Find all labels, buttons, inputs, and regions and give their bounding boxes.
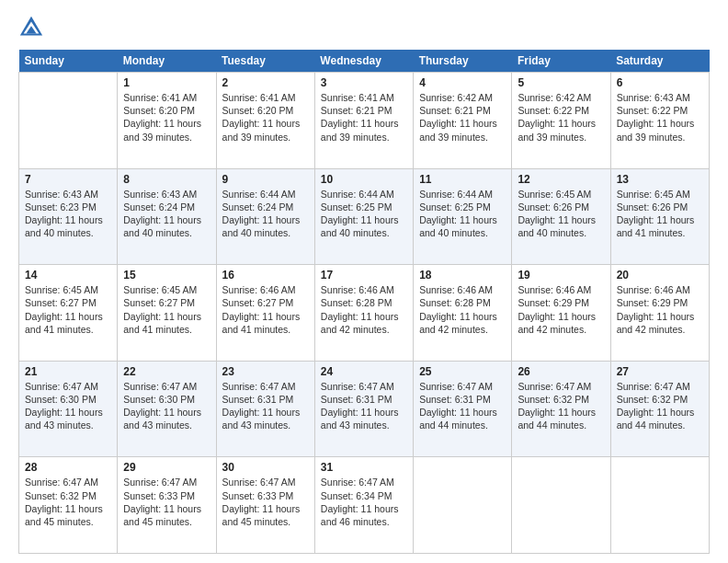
calendar-cell: 11 Sunrise: 6:44 AM Sunset: 6:25 PM Dayl… [414, 168, 512, 265]
calendar-cell: 31 Sunrise: 6:47 AM Sunset: 6:34 PM Dayl… [314, 457, 413, 554]
daylight-label: Daylight: 11 hours and 42 minutes. [419, 311, 497, 335]
daylight-label: Daylight: 11 hours and 42 minutes. [321, 311, 399, 335]
day-info: Sunrise: 6:47 AM Sunset: 6:32 PM Dayligh… [25, 476, 111, 528]
day-number: 31 [321, 461, 407, 474]
calendar-week-2: 7 Sunrise: 6:43 AM Sunset: 6:23 PM Dayli… [19, 168, 710, 265]
day-number: 30 [222, 461, 309, 474]
daylight-label: Daylight: 11 hours and 40 minutes. [25, 214, 103, 238]
sunrise-label: Sunrise: 6:45 AM [617, 189, 690, 200]
day-number: 19 [518, 269, 604, 282]
day-number: 21 [25, 365, 111, 378]
sunset-label: Sunset: 6:28 PM [321, 297, 392, 308]
calendar-cell: 16 Sunrise: 6:46 AM Sunset: 6:27 PM Dayl… [216, 265, 314, 362]
sunset-label: Sunset: 6:32 PM [25, 490, 97, 501]
calendar-cell: 28 Sunrise: 6:47 AM Sunset: 6:32 PM Dayl… [19, 457, 118, 554]
sunrise-label: Sunrise: 6:47 AM [25, 381, 98, 392]
day-info: Sunrise: 6:45 AM Sunset: 6:26 PM Dayligh… [617, 188, 703, 240]
day-number: 18 [419, 269, 506, 282]
sunrise-label: Sunrise: 6:46 AM [321, 284, 394, 295]
day-info: Sunrise: 6:47 AM Sunset: 6:30 PM Dayligh… [123, 380, 210, 432]
daylight-label: Daylight: 11 hours and 46 minutes. [321, 503, 399, 527]
daylight-label: Daylight: 11 hours and 40 minutes. [123, 214, 201, 238]
sunrise-label: Sunrise: 6:44 AM [222, 189, 296, 200]
calendar-cell: 22 Sunrise: 6:47 AM Sunset: 6:30 PM Dayl… [118, 361, 216, 457]
daylight-label: Daylight: 11 hours and 43 minutes. [123, 407, 201, 431]
day-header-sunday: Sunday [19, 50, 118, 73]
daylight-label: Daylight: 11 hours and 39 minutes. [123, 118, 201, 142]
day-number: 1 [123, 76, 210, 89]
sunset-label: Sunset: 6:21 PM [321, 105, 392, 116]
day-number: 22 [123, 365, 210, 378]
day-number: 25 [419, 365, 506, 378]
calendar-week-4: 21 Sunrise: 6:47 AM Sunset: 6:30 PM Dayl… [19, 361, 710, 457]
day-info: Sunrise: 6:47 AM Sunset: 6:31 PM Dayligh… [222, 380, 309, 432]
sunrise-label: Sunrise: 6:46 AM [222, 284, 296, 295]
day-info: Sunrise: 6:46 AM Sunset: 6:28 PM Dayligh… [419, 283, 506, 336]
sunrise-label: Sunrise: 6:46 AM [518, 284, 591, 295]
calendar-cell: 23 Sunrise: 6:47 AM Sunset: 6:31 PM Dayl… [216, 361, 314, 457]
sunrise-label: Sunrise: 6:42 AM [518, 92, 591, 103]
calendar-cell: 21 Sunrise: 6:47 AM Sunset: 6:30 PM Dayl… [19, 361, 118, 457]
sunset-label: Sunset: 6:27 PM [25, 297, 97, 308]
day-header-wednesday: Wednesday [314, 50, 413, 73]
daylight-label: Daylight: 11 hours and 39 minutes. [222, 118, 301, 142]
logo [18, 15, 48, 40]
calendar-table: SundayMondayTuesdayWednesdayThursdayFrid… [18, 50, 710, 554]
calendar-cell: 4 Sunrise: 6:42 AM Sunset: 6:21 PM Dayli… [414, 73, 512, 169]
sunset-label: Sunset: 6:30 PM [123, 394, 195, 405]
day-info: Sunrise: 6:41 AM Sunset: 6:20 PM Dayligh… [123, 91, 210, 144]
calendar-cell: 14 Sunrise: 6:45 AM Sunset: 6:27 PM Dayl… [19, 265, 118, 362]
calendar-cell: 7 Sunrise: 6:43 AM Sunset: 6:23 PM Dayli… [19, 168, 118, 265]
calendar-cell [512, 457, 610, 554]
calendar-cell: 10 Sunrise: 6:44 AM Sunset: 6:25 PM Dayl… [314, 168, 413, 265]
sunrise-label: Sunrise: 6:45 AM [123, 284, 197, 295]
sunset-label: Sunset: 6:25 PM [419, 201, 491, 213]
day-info: Sunrise: 6:47 AM Sunset: 6:32 PM Dayligh… [518, 380, 604, 432]
sunset-label: Sunset: 6:20 PM [222, 105, 294, 116]
calendar-cell [414, 457, 512, 554]
day-info: Sunrise: 6:46 AM Sunset: 6:28 PM Dayligh… [321, 283, 407, 336]
day-info: Sunrise: 6:46 AM Sunset: 6:27 PM Dayligh… [222, 283, 309, 336]
sunset-label: Sunset: 6:24 PM [222, 201, 294, 213]
day-info: Sunrise: 6:44 AM Sunset: 6:24 PM Dayligh… [222, 188, 309, 240]
day-info: Sunrise: 6:46 AM Sunset: 6:29 PM Dayligh… [518, 283, 604, 336]
day-info: Sunrise: 6:47 AM Sunset: 6:33 PM Dayligh… [222, 476, 309, 528]
day-info: Sunrise: 6:47 AM Sunset: 6:30 PM Dayligh… [25, 380, 111, 432]
day-number: 17 [321, 269, 407, 282]
daylight-label: Daylight: 11 hours and 45 minutes. [222, 503, 301, 527]
day-info: Sunrise: 6:43 AM Sunset: 6:23 PM Dayligh… [25, 188, 111, 240]
sunset-label: Sunset: 6:30 PM [25, 394, 97, 405]
day-header-saturday: Saturday [610, 50, 709, 73]
day-number: 15 [123, 269, 210, 282]
daylight-label: Daylight: 11 hours and 39 minutes. [617, 118, 695, 142]
sunrise-label: Sunrise: 6:47 AM [25, 477, 98, 488]
day-header-thursday: Thursday [414, 50, 512, 73]
day-number: 12 [518, 173, 604, 186]
daylight-label: Daylight: 11 hours and 39 minutes. [321, 118, 399, 142]
sunset-label: Sunset: 6:22 PM [617, 105, 688, 116]
sunrise-label: Sunrise: 6:47 AM [123, 477, 197, 488]
calendar-cell: 26 Sunrise: 6:47 AM Sunset: 6:32 PM Dayl… [512, 361, 610, 457]
sunset-label: Sunset: 6:29 PM [617, 297, 688, 308]
sunrise-label: Sunrise: 6:41 AM [123, 92, 197, 103]
daylight-label: Daylight: 11 hours and 44 minutes. [419, 407, 497, 431]
day-header-monday: Monday [118, 50, 216, 73]
sunset-label: Sunset: 6:31 PM [419, 394, 491, 405]
day-number: 16 [222, 269, 309, 282]
day-info: Sunrise: 6:44 AM Sunset: 6:25 PM Dayligh… [419, 188, 506, 240]
sunrise-label: Sunrise: 6:42 AM [419, 92, 493, 103]
day-info: Sunrise: 6:47 AM Sunset: 6:32 PM Dayligh… [617, 380, 703, 432]
day-info: Sunrise: 6:45 AM Sunset: 6:27 PM Dayligh… [123, 283, 210, 336]
header [18, 15, 710, 40]
day-info: Sunrise: 6:42 AM Sunset: 6:22 PM Dayligh… [518, 91, 604, 144]
daylight-label: Daylight: 11 hours and 40 minutes. [419, 214, 497, 238]
calendar-body: 1 Sunrise: 6:41 AM Sunset: 6:20 PM Dayli… [19, 73, 710, 554]
sunrise-label: Sunrise: 6:47 AM [123, 381, 197, 392]
day-info: Sunrise: 6:45 AM Sunset: 6:26 PM Dayligh… [518, 188, 604, 240]
day-number: 20 [617, 269, 703, 282]
day-number: 6 [617, 76, 703, 89]
day-number: 2 [222, 76, 309, 89]
sunset-label: Sunset: 6:33 PM [123, 490, 195, 501]
daylight-label: Daylight: 11 hours and 42 minutes. [617, 311, 695, 335]
day-number: 13 [617, 173, 703, 186]
